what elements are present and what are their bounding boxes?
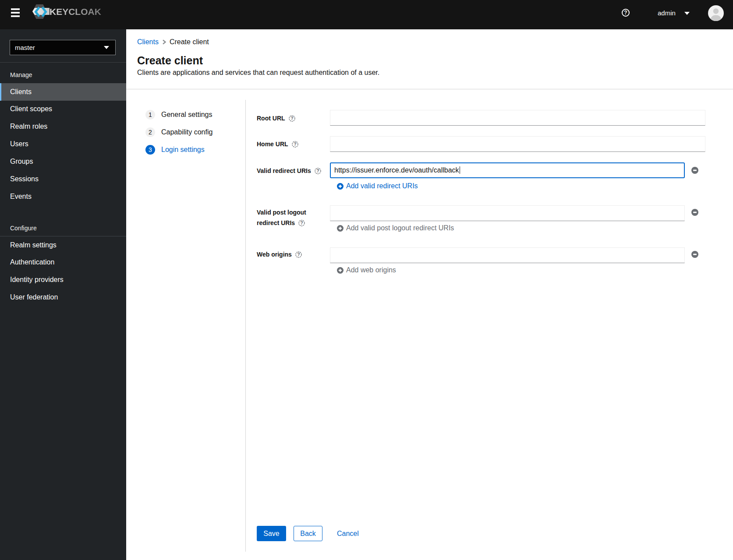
svg-text:?: ? — [294, 141, 296, 146]
svg-text:?: ? — [316, 168, 319, 173]
svg-text:?: ? — [301, 220, 303, 225]
svg-text:?: ? — [297, 252, 300, 257]
svg-text:?: ? — [290, 116, 293, 120]
